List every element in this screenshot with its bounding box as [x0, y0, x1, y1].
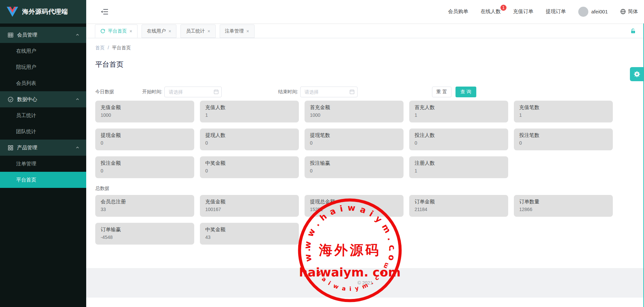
- sidebar-group-label: 会员管理: [17, 32, 37, 38]
- navbar-right: 会员购单 在线人数 1 充值订单 提现订单 afei001 简体: [448, 7, 644, 17]
- settings-gear-button[interactable]: [630, 67, 644, 81]
- stat-card: 提现人数0: [200, 129, 299, 150]
- stat-card: 投注笔数0: [514, 129, 613, 150]
- stat-card: 充值人数1: [200, 101, 299, 122]
- logo-bar: 海外源码代理端: [0, 0, 86, 23]
- breadcrumb-home[interactable]: 首页: [95, 45, 105, 51]
- vue-logo-icon: [7, 7, 18, 17]
- start-time-label: 开始时间:: [142, 89, 162, 95]
- sidebar: 海外源码代理端 会员管理 在线用户 陪玩用户 会员列表 数据中心 员工统计: [0, 0, 86, 307]
- sidebar-item-playmate-users[interactable]: 陪玩用户: [0, 59, 86, 75]
- stat-card: 投注金额0: [95, 156, 194, 178]
- user-menu[interactable]: afei001: [578, 7, 608, 17]
- calendar-icon: [214, 89, 219, 94]
- stat-card: 订单数量12866: [514, 195, 613, 217]
- end-date-input[interactable]: [300, 87, 358, 97]
- total-section-label: 总数据: [95, 186, 644, 192]
- sidebar-collapse-icon[interactable]: [101, 9, 108, 15]
- tab-staff-stats[interactable]: 员工统计 ×: [180, 24, 215, 38]
- start-date-wrap: [164, 87, 222, 97]
- sidebar-item-staff-stats[interactable]: 员工统计: [0, 107, 86, 123]
- stat-card: 充值笔数1: [514, 101, 613, 122]
- footer: © 2021: [86, 268, 644, 298]
- stat-card: 投注人数0: [409, 129, 508, 150]
- tab-platform-home[interactable]: 平台首页 ×: [95, 24, 138, 38]
- breadcrumb-separator: /: [108, 45, 109, 51]
- start-date-input[interactable]: [164, 87, 222, 97]
- stat-card: 订单金额21184: [409, 195, 508, 217]
- sidebar-group-member-mgmt[interactable]: 会员管理: [0, 27, 86, 43]
- close-icon[interactable]: ×: [168, 29, 171, 34]
- filter-buttons: 重 置 查 询: [432, 87, 476, 97]
- stat-card: 提现金额0: [95, 129, 194, 150]
- stat-card: 投注输赢0: [305, 156, 404, 178]
- breadcrumb-current: 平台首页: [112, 45, 131, 51]
- calendar-icon: [350, 89, 355, 94]
- copyright: © 2021: [358, 280, 373, 286]
- gear-icon: [633, 70, 641, 78]
- stat-card: 首充人数1: [409, 101, 508, 122]
- stat-card: 会员总注册33: [95, 195, 194, 217]
- sidebar-group-label: 产品管理: [17, 145, 37, 151]
- sidebar-group-label: 数据中心: [17, 96, 37, 103]
- stat-card: 提现笔数0: [305, 129, 404, 150]
- close-icon[interactable]: ×: [247, 29, 249, 34]
- sidebar-item-bet-orders[interactable]: 注单管理: [0, 156, 86, 172]
- stat-card: 提现总金额15251: [305, 195, 404, 217]
- language-label: 简体: [628, 8, 638, 15]
- tab-bar: 平台首页 × 在线用户 × 员工统计 × 注单管理 ×: [86, 23, 644, 38]
- sidebar-group-data-center[interactable]: 数据中心: [0, 91, 86, 107]
- page-title: 平台首页: [95, 60, 644, 69]
- sidebar-item-team-stats[interactable]: 团队统计: [0, 123, 86, 140]
- end-time-label: 结束时间:: [278, 89, 298, 95]
- total-stats-grid: 会员总注册33 充值金额100167 提现总金额15251 订单金额21184 …: [95, 195, 635, 245]
- nav-withdraw-orders[interactable]: 提现订单: [546, 8, 566, 15]
- filter-row: 今日数据 开始时间: 结束时间: 重 置 查 询: [95, 87, 635, 97]
- sidebar-item-platform-home[interactable]: 平台首页: [0, 172, 86, 188]
- tab-bet-orders[interactable]: 注单管理 ×: [220, 24, 255, 38]
- globe-icon: [620, 9, 626, 14]
- nav-online-count[interactable]: 在线人数 1: [481, 8, 501, 15]
- today-stats-grid: 充值金额1000 充值人数1 首充金额1000 首充人数1 充值笔数1 提现金额…: [95, 101, 635, 178]
- username: afei001: [591, 9, 608, 14]
- chevron-up-icon: [75, 97, 79, 101]
- chevron-up-icon: [75, 33, 79, 37]
- table-icon: [8, 32, 13, 38]
- app-title: 海外源码代理端: [22, 7, 68, 16]
- reset-button[interactable]: 重 置: [432, 87, 451, 97]
- avatar: [578, 7, 588, 17]
- tab-label: 员工统计: [186, 28, 205, 34]
- online-count-badge: 1: [500, 5, 506, 11]
- unlock-icon[interactable]: [630, 28, 636, 34]
- stat-card: 充值金额1000: [95, 101, 194, 122]
- stat-card: 注册人数1: [409, 156, 508, 178]
- close-icon[interactable]: ×: [207, 29, 210, 34]
- stat-card: 充值金额100167: [200, 195, 299, 217]
- nav-member-orders[interactable]: 会员购单: [448, 8, 468, 15]
- stat-card: 订单输赢-4548: [95, 223, 194, 245]
- stat-card: 首充金额1000: [305, 101, 404, 122]
- tab-label: 注单管理: [225, 28, 244, 34]
- refresh-icon[interactable]: [100, 29, 105, 34]
- tab-label: 平台首页: [108, 28, 127, 34]
- sidebar-menu: 会员管理 在线用户 陪玩用户 会员列表 数据中心 员工统计 团队统计 产品管理: [0, 23, 86, 188]
- breadcrumb: 首页 / 平台首页: [95, 45, 644, 51]
- main-content: 首页 / 平台首页 平台首页 今日数据 开始时间: 结束时间: 重 置 查 询 …: [86, 38, 644, 307]
- check-circle-icon: [8, 97, 13, 102]
- top-navbar: 会员购单 在线人数 1 充值订单 提现订单 afei001 简体: [86, 0, 644, 23]
- language-switcher[interactable]: 简体: [620, 8, 638, 15]
- today-section-label: 今日数据: [95, 89, 114, 95]
- grid-icon: [8, 145, 13, 151]
- sidebar-group-product-mgmt[interactable]: 产品管理: [0, 140, 86, 156]
- stat-card: 中奖金额43: [200, 223, 299, 245]
- sidebar-item-online-users[interactable]: 在线用户: [0, 43, 86, 59]
- tab-label: 在线用户: [147, 28, 166, 34]
- sidebar-item-member-list[interactable]: 会员列表: [0, 75, 86, 91]
- close-icon[interactable]: ×: [129, 29, 132, 34]
- end-date-wrap: [300, 87, 358, 97]
- tab-online-users[interactable]: 在线用户 ×: [142, 24, 176, 38]
- stat-card: 中奖金额0: [200, 156, 299, 178]
- query-button[interactable]: 查 询: [455, 87, 476, 97]
- nav-recharge-orders[interactable]: 充值订单: [513, 8, 533, 15]
- chevron-up-icon: [75, 146, 79, 150]
